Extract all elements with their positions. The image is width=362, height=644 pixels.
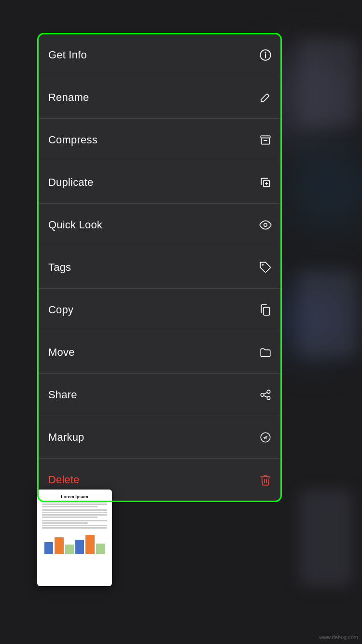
tag-icon <box>259 261 272 274</box>
bg-panel-top <box>299 39 357 126</box>
menu-item-duplicate[interactable]: Duplicate <box>39 161 282 204</box>
thumb-line-11 <box>42 527 107 529</box>
menu-item-get-info[interactable]: Get Info <box>39 34 282 76</box>
info-circle-icon <box>259 48 272 62</box>
svg-point-8 <box>264 223 267 226</box>
menu-label-compress: Compress <box>48 134 97 146</box>
svg-point-9 <box>262 264 264 265</box>
menu-label-duplicate: Duplicate <box>48 176 94 189</box>
menu-item-move[interactable]: Move <box>39 331 282 374</box>
chart-bar-2 <box>55 537 63 554</box>
thumb-line-10 <box>42 525 107 526</box>
menu-item-tags[interactable]: Tags <box>39 246 282 289</box>
share-icon <box>259 388 272 402</box>
thumb-line-8 <box>42 520 107 521</box>
trash-icon <box>259 473 272 487</box>
thumb-line-4 <box>42 509 107 511</box>
menu-item-quick-look[interactable]: Quick Look <box>39 204 282 246</box>
thumbnail-title: Lorem Ipsum <box>42 494 107 499</box>
thumb-line-2 <box>42 504 107 505</box>
svg-rect-3 <box>261 136 270 138</box>
pencil-icon <box>259 91 272 104</box>
menu-label-get-info: Get Info <box>48 49 87 61</box>
watermark: www.debug.com <box>319 634 358 640</box>
menu-item-share[interactable]: Share <box>39 374 282 416</box>
svg-rect-10 <box>264 307 270 315</box>
eye-icon <box>259 218 272 232</box>
svg-point-2 <box>265 52 265 53</box>
thumb-line-6 <box>42 514 107 516</box>
copy-icon <box>259 303 272 317</box>
menu-item-copy[interactable]: Copy <box>39 289 282 331</box>
markup-icon: A <box>259 431 272 444</box>
menu-label-move: Move <box>48 346 75 359</box>
menu-item-markup[interactable]: Markup A <box>39 416 282 459</box>
thumbnail-preview: Lorem Ipsum <box>37 490 112 586</box>
chart-bar-1 <box>44 542 53 554</box>
chart-bar-6 <box>96 544 105 554</box>
chart-bar-4 <box>75 540 84 554</box>
menu-label-tags: Tags <box>48 261 71 274</box>
menu-label-markup: Markup <box>48 431 84 444</box>
svg-text:A: A <box>264 435 267 440</box>
duplicate-icon <box>259 176 272 189</box>
thumb-line-7 <box>42 517 97 518</box>
thumb-line-9 <box>42 522 88 524</box>
menu-item-compress[interactable]: Compress <box>39 119 282 161</box>
archive-box-icon <box>259 133 272 147</box>
context-menu: Get Info Rename Compress <box>39 34 282 501</box>
thumb-line-5 <box>42 512 107 513</box>
menu-label-delete: Delete <box>48 474 80 486</box>
menu-item-rename[interactable]: Rename <box>39 76 282 119</box>
menu-label-share: Share <box>48 389 77 401</box>
bg-panel-bottom <box>299 490 352 586</box>
bg-panel-mid <box>299 270 357 357</box>
chart-bar-3 <box>65 545 74 554</box>
menu-label-copy: Copy <box>48 304 73 316</box>
file-thumbnail: Lorem Ipsum <box>37 490 112 586</box>
menu-label-quick-look: Quick Look <box>48 219 102 231</box>
menu-label-rename: Rename <box>48 91 89 104</box>
chart-bar-5 <box>85 535 94 554</box>
thumb-line-3 <box>42 506 97 507</box>
thumb-line-1 <box>42 501 107 503</box>
folder-icon <box>259 346 272 359</box>
thumbnail-chart <box>42 532 107 554</box>
